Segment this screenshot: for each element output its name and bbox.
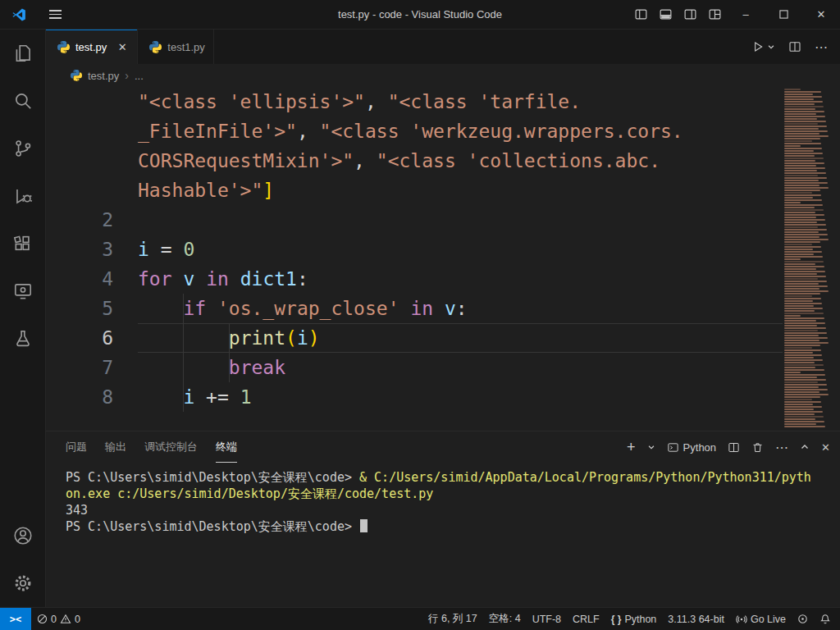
go-live[interactable]: Go Live — [730, 608, 792, 630]
code-line[interactable]: 8 i += 1 — [46, 382, 783, 412]
tab-label: test1.py — [167, 41, 205, 53]
toggle-secondary-sidebar-icon[interactable] — [678, 0, 702, 29]
menu-hamburger-icon[interactable] — [49, 10, 62, 19]
terminal-output[interactable]: PS C:\Users\simid\Desktop\安全课程\code> & C… — [46, 463, 840, 607]
line-number[interactable] — [46, 146, 113, 176]
code-line[interactable]: 2 — [46, 205, 783, 235]
minimap[interactable] — [783, 87, 830, 431]
panel-tab-debug-console[interactable]: 调试控制台 — [144, 431, 198, 463]
status-extra[interactable] — [792, 608, 814, 630]
split-terminal-icon[interactable] — [728, 441, 740, 454]
panel-more-actions-icon[interactable]: ⋯ — [775, 440, 788, 455]
line-number[interactable] — [46, 87, 113, 116]
notifications[interactable] — [814, 608, 837, 630]
tab-bar: test.py ✕ test1.py ⋯ — [46, 30, 840, 64]
line-text: break — [138, 353, 783, 382]
code-line[interactable]: Hashable'>"] — [46, 176, 783, 205]
close-tab-icon[interactable]: ✕ — [116, 41, 129, 53]
breadcrumb: test.py › ... — [46, 64, 840, 87]
code-line[interactable]: 3i = 0 — [46, 235, 783, 264]
more-actions-icon[interactable]: ⋯ — [815, 39, 829, 55]
line-number[interactable]: 2 — [46, 205, 113, 235]
warning-icon — [60, 614, 71, 624]
tab-label: test.py — [75, 41, 107, 53]
line-number[interactable]: 5 — [46, 294, 113, 323]
python-interpreter[interactable]: 3.11.3 64-bit — [662, 608, 730, 630]
explorer-icon[interactable] — [0, 30, 46, 77]
line-number[interactable]: 7 — [46, 353, 113, 382]
maximize-button[interactable] — [765, 0, 802, 29]
panel-header: 问题输出调试控制台终端 + Python ⋯ ✕ — [46, 431, 840, 463]
eol-sequence[interactable]: CRLF — [567, 608, 605, 630]
kill-terminal-trash-icon[interactable] — [751, 441, 764, 454]
run-icon — [751, 40, 765, 53]
line-text: "<class 'ellipsis'>", "<class 'tarfile. — [138, 87, 783, 116]
remote-icon: >< — [10, 614, 21, 625]
extensions-icon[interactable] — [0, 220, 46, 267]
line-text: i = 0 — [138, 235, 783, 264]
close-window-button[interactable]: ✕ — [802, 0, 840, 29]
run-debug-icon[interactable] — [0, 172, 46, 220]
close-panel-icon[interactable]: ✕ — [821, 441, 830, 454]
tab-test1-py[interactable]: test1.py — [138, 30, 214, 64]
source-control-icon[interactable] — [0, 125, 46, 172]
status-bar-right: 行 6, 列 17 空格: 4 UTF-8 CRLF { } Python 3.… — [422, 608, 840, 630]
line-text: _FileInFile'>", "<class 'werkzeug.wrappe… — [138, 116, 783, 146]
line-number[interactable] — [46, 176, 113, 205]
account-icon[interactable] — [0, 512, 46, 559]
bell-icon — [819, 614, 831, 625]
terminal-profile-label: Python — [683, 441, 716, 454]
panel-tab-problems[interactable]: 问题 — [66, 431, 87, 463]
line-text: for v in dict1: — [138, 264, 783, 294]
customize-layout-icon[interactable] — [702, 0, 727, 29]
line-number[interactable] — [46, 116, 113, 146]
toggle-panel-icon[interactable] — [653, 0, 678, 29]
line-number[interactable]: 8 — [46, 382, 113, 412]
panel: 问题输出调试控制台终端 + Python ⋯ ✕ — [46, 431, 840, 607]
tab-test-py[interactable]: test.py ✕ — [46, 30, 138, 64]
braces-icon: { } — [611, 614, 622, 625]
search-icon[interactable] — [0, 77, 46, 125]
code-line[interactable]: "<class 'ellipsis'>", "<class 'tarfile. — [46, 87, 783, 116]
vscode-logo-icon — [11, 7, 26, 22]
code-line[interactable]: 7 break — [46, 353, 783, 382]
settings-gear-icon[interactable] — [0, 559, 46, 607]
panel-tab-output[interactable]: 输出 — [105, 431, 126, 463]
toggle-sidebar-icon[interactable] — [628, 0, 653, 29]
code-line[interactable]: CORSRequestMixin'>", "<class 'collection… — [46, 146, 783, 176]
testing-icon[interactable] — [0, 315, 46, 363]
code-area[interactable]: "<class 'ellipsis'>", "<class 'tarfile._… — [46, 87, 783, 431]
code-line[interactable]: 5 if 'os._wrap_close' in v: — [46, 294, 783, 323]
indentation[interactable]: 空格: 4 — [483, 608, 527, 630]
status-bar: >< 0 0 行 6, 列 17 空格: 4 UTF-8 CRLF { } Py… — [0, 607, 840, 630]
code-line[interactable]: 4for v in dict1: — [46, 264, 783, 294]
problems-status[interactable]: 0 0 — [31, 608, 86, 630]
code-editor[interactable]: "<class 'ellipsis'>", "<class 'tarfile._… — [46, 87, 840, 431]
code-line[interactable]: 6 print(i) — [46, 323, 783, 353]
split-editor-icon[interactable] — [788, 40, 801, 53]
cursor-position[interactable]: 行 6, 列 17 — [422, 608, 483, 630]
line-text: if 'os._wrap_close' in v: — [138, 294, 783, 323]
warning-count: 0 — [75, 614, 80, 625]
new-terminal-icon[interactable]: + — [627, 440, 636, 454]
title-bar-left — [0, 7, 62, 22]
remote-indicator[interactable]: >< — [0, 608, 31, 630]
terminal-profile-chevron-icon[interactable] — [647, 443, 655, 451]
terminal-instance-badge[interactable]: Python — [667, 441, 716, 454]
line-number[interactable]: 4 — [46, 264, 113, 294]
breadcrumb-chevron-icon: › — [125, 69, 129, 82]
panel-tab-terminal[interactable]: 终端 — [216, 431, 237, 463]
minimize-button[interactable]: – — [727, 0, 765, 29]
line-number[interactable]: 6 — [46, 323, 113, 353]
maximize-panel-chevron-icon[interactable] — [800, 442, 810, 452]
breadcrumb-file[interactable]: test.py — [88, 70, 119, 82]
code-line[interactable]: _FileInFile'>", "<class 'werkzeug.wrappe… — [46, 116, 783, 146]
run-python-file-button[interactable] — [751, 40, 775, 53]
language-mode[interactable]: { } Python — [605, 608, 663, 630]
run-dropdown-chevron-icon[interactable] — [767, 43, 775, 51]
line-number[interactable]: 3 — [46, 235, 113, 264]
remote-explorer-icon[interactable] — [0, 267, 46, 315]
encoding[interactable]: UTF-8 — [527, 608, 567, 630]
breadcrumb-more[interactable]: ... — [135, 70, 144, 82]
vertical-scrollbar[interactable] — [830, 87, 840, 431]
